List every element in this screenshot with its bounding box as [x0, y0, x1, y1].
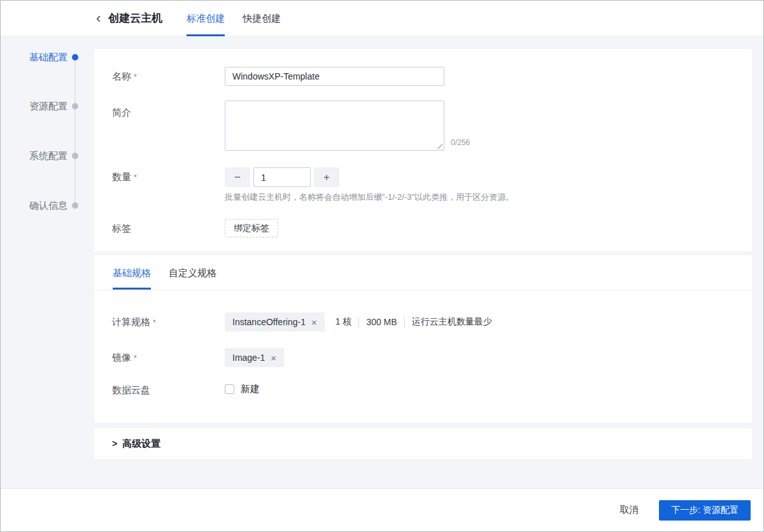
cancel-button[interactable]: 取消	[619, 504, 639, 516]
description-textarea-wrap	[225, 101, 444, 151]
offering-info: 1 核 300 MB 运行云主机数量最少	[336, 316, 492, 328]
tab-standard-create[interactable]: 标准创建	[187, 1, 225, 36]
quantity-label-text: 数量	[112, 171, 131, 182]
tab-quick-create[interactable]: 快捷创建	[243, 1, 281, 36]
name-label: 名称*	[112, 70, 137, 83]
back-icon[interactable]: ‹	[96, 11, 101, 25]
divider	[358, 318, 359, 327]
next-step-button[interactable]: 下一步: 资源配置	[659, 500, 751, 521]
tab-basic-spec[interactable]: 基础规格	[113, 255, 151, 290]
step-dot-system	[72, 153, 78, 159]
required-mark: *	[134, 72, 137, 81]
image-chip[interactable]: Image-1 ×	[225, 348, 284, 367]
offering-chip[interactable]: InstanceOffering-1 ×	[225, 312, 325, 332]
step-basic-config[interactable]: 基础配置	[13, 51, 67, 64]
new-disk-checkbox-label[interactable]: 新建	[241, 383, 260, 395]
step-dot-basic	[72, 54, 78, 60]
footer-bar: 取消 下一步: 资源配置	[1, 488, 763, 531]
divider	[404, 318, 405, 327]
quantity-label: 数量*	[112, 171, 137, 184]
step-connector-line	[74, 57, 76, 206]
remove-image-icon[interactable]: ×	[271, 353, 276, 363]
char-counter: 0/256	[451, 138, 470, 147]
basic-config-card: 名称* 简介 0/256 数量* − + 批量创建云主机时，名称将会自动增加后缀…	[94, 49, 752, 251]
offering-label-text: 计算规格	[112, 316, 150, 327]
bind-tag-button[interactable]: 绑定标签	[225, 219, 278, 237]
page-title: 创建云主机	[108, 11, 162, 25]
offering-chip-text: InstanceOffering-1	[232, 317, 306, 327]
spec-tabs: 基础规格 自定义规格	[94, 255, 752, 290]
offering-label: 计算规格*	[112, 316, 156, 329]
step-dot-confirm	[72, 202, 78, 209]
image-label-text: 镜像	[112, 352, 131, 363]
quantity-decrease-button[interactable]: −	[225, 167, 250, 187]
offering-cpu: 1 核	[336, 316, 352, 328]
step-confirm-info[interactable]: 确认信息	[13, 199, 67, 212]
step-dot-resource	[72, 103, 78, 109]
tab-custom-spec[interactable]: 自定义规格	[169, 255, 216, 290]
new-disk-checkbox[interactable]	[225, 384, 234, 394]
required-mark: *	[134, 353, 137, 363]
data-disk-label: 数据云盘	[112, 384, 150, 396]
step-system-config[interactable]: 系统配置	[13, 150, 67, 162]
description-textarea[interactable]	[225, 101, 444, 151]
quantity-input[interactable]	[253, 167, 311, 187]
quantity-hint: 批量创建云主机时，名称将会自动增加后缀"-1/-2/-3"以此类推，用于区分资源…	[225, 192, 514, 203]
quantity-increase-button[interactable]: +	[314, 167, 339, 187]
remove-offering-icon[interactable]: ×	[311, 318, 317, 327]
advanced-settings-label: 高级设置	[122, 438, 160, 450]
required-mark: *	[134, 172, 137, 182]
image-chip-text: Image-1	[232, 353, 265, 363]
chevron-right-icon: >	[112, 438, 117, 449]
name-label-text: 名称	[112, 71, 131, 81]
image-label: 镜像*	[112, 351, 137, 365]
offering-policy: 运行云主机数量最少	[412, 316, 492, 328]
step-resource-config[interactable]: 资源配置	[13, 100, 67, 113]
page-header: ‹ 创建云主机 标准创建 快捷创建	[1, 1, 763, 36]
advanced-settings-card[interactable]: > 高级设置	[94, 428, 752, 459]
offering-row: InstanceOffering-1 × 1 核 300 MB 运行云主机数量最…	[225, 312, 492, 332]
create-vm-page: ‹ 创建云主机 标准创建 快捷创建 基础配置 资源配置 系统配置 确认信息 名称…	[0, 0, 764, 532]
offering-memory: 300 MB	[366, 317, 397, 327]
description-label: 简介	[112, 106, 131, 119]
required-mark: *	[153, 318, 156, 327]
image-row: Image-1 ×	[225, 348, 284, 367]
data-disk-row: 新建	[225, 383, 260, 395]
spec-card: 基础规格 自定义规格 计算规格* InstanceOffering-1 × 1 …	[94, 255, 752, 423]
tag-label: 标签	[112, 222, 131, 235]
name-input[interactable]	[225, 67, 444, 86]
